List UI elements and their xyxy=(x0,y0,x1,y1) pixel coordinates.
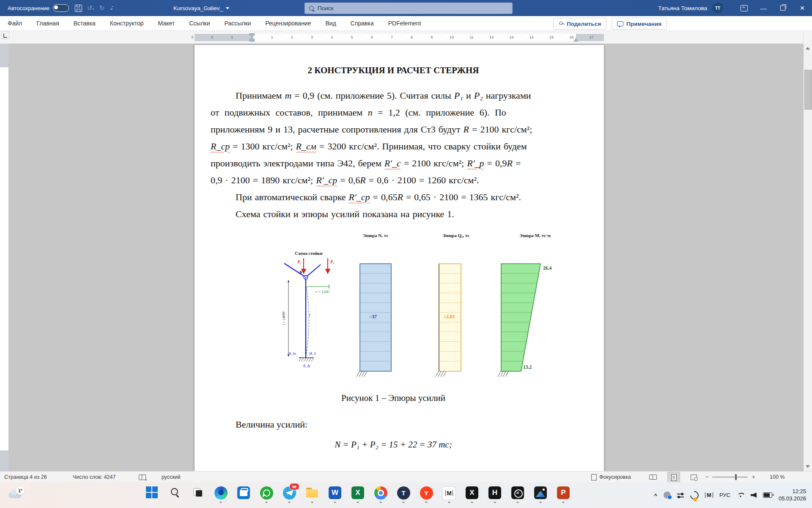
tab-1[interactable]: Главная xyxy=(36,19,60,28)
reaction-x-label: R_Ax xyxy=(288,352,296,356)
h-app-icon[interactable]: H xyxy=(486,485,503,503)
comments-button[interactable]: Примечания xyxy=(612,18,667,30)
running-indicator xyxy=(220,502,222,503)
tray-info-icon[interactable] xyxy=(664,491,671,499)
scroll-down-button[interactable] xyxy=(804,463,812,470)
ribbon-display-options-button[interactable] xyxy=(734,0,754,16)
file-explorer-icon[interactable] xyxy=(304,485,321,503)
tab-2[interactable]: Вставка xyxy=(73,19,96,28)
tab-6[interactable]: Рассылки xyxy=(224,19,252,28)
clock[interactable]: 12:25 05.03.2026 xyxy=(779,488,806,502)
yandex-icon[interactable]: Y xyxy=(418,485,435,503)
photos-icon[interactable] xyxy=(532,485,549,503)
zoom-level[interactable]: 100 % xyxy=(770,472,785,483)
tray-settings-icon[interactable] xyxy=(677,492,684,498)
length-label: l = 14000 xyxy=(282,312,286,325)
search-input[interactable]: Поиск xyxy=(304,3,513,14)
tray-sync-icon[interactable] xyxy=(689,489,700,501)
x-app-icon[interactable]: X xyxy=(464,485,480,503)
share-button[interactable]: Поделиться xyxy=(553,18,606,30)
notification-badge: 96 xyxy=(289,483,299,490)
speaker-icon[interactable] xyxy=(751,493,757,498)
zoom-slider-thumb[interactable] xyxy=(735,474,737,480)
windows-start-icon[interactable] xyxy=(144,485,161,503)
vertical-ruler[interactable] xyxy=(0,44,8,471)
wifi-icon[interactable] xyxy=(737,492,744,498)
word-icon[interactable]: W xyxy=(326,485,343,503)
running-indicator xyxy=(311,502,313,503)
scroll-up-button[interactable] xyxy=(804,44,812,52)
tab-7[interactable]: Рецензирование xyxy=(264,19,312,28)
t-app-icon[interactable]: T xyxy=(395,485,412,503)
web-layout-button[interactable] xyxy=(688,472,700,482)
doc-text-line: приложениям 9 и 13, расчетные сопротивле… xyxy=(211,121,576,138)
doc-body-lines: Принимаем m = 0,9 (см. приложение 5). Сч… xyxy=(211,87,576,223)
zoom-slider[interactable] xyxy=(712,477,748,478)
tray-chevron-icon[interactable]: ^ xyxy=(654,492,657,499)
figure-epures[interactable]: Схема стойки P₁ P₂ B f e = 1200 l = 1400… xyxy=(258,231,554,380)
tab-5[interactable]: Ссылки xyxy=(188,19,211,28)
avatar[interactable]: ТТ xyxy=(712,3,723,14)
battery-icon[interactable] xyxy=(763,492,772,498)
comment-icon xyxy=(617,21,623,26)
running-indicator xyxy=(266,502,268,503)
autosave-control[interactable]: Автосохранение xyxy=(8,4,69,12)
eccentricity-label: e = 1200 xyxy=(315,290,329,294)
tab-9[interactable]: Справка xyxy=(350,19,375,28)
zoom-in-button[interactable]: + xyxy=(752,472,755,483)
telegram-icon[interactable]: 96 xyxy=(281,485,298,503)
section-heading: 2 КОНСТРУКЦИЯ И РАСЧЕТ СТЕРЖНЯ xyxy=(211,65,576,76)
language-indicator[interactable]: русский xyxy=(162,472,181,483)
minimize-button[interactable]: — xyxy=(754,0,773,16)
close-button[interactable]: × xyxy=(793,0,812,16)
document-page[interactable]: 2 КОНСТРУКЦИЯ И РАСЧЕТ СТЕРЖНЯ Принимаем… xyxy=(195,45,604,471)
read-mode-button[interactable] xyxy=(647,472,659,482)
excel-icon[interactable]: X xyxy=(349,485,366,503)
mail-im-app-icon[interactable]: М xyxy=(441,485,458,503)
whatsapp-icon[interactable] xyxy=(258,485,275,503)
quick-access-chevron-icon[interactable]: ⌄̄ xyxy=(110,6,113,11)
redo-icon[interactable]: ↻ xyxy=(99,4,105,12)
doc-text-line: Схема стойки и эпюры усилий показана на … xyxy=(211,206,576,223)
proofing-status[interactable] xyxy=(139,472,146,483)
load-p2-label: P₂ xyxy=(330,260,335,264)
weather-widget[interactable]: 1° xyxy=(6,486,44,503)
save-icon[interactable] xyxy=(75,5,82,12)
restore-button[interactable] xyxy=(773,0,793,16)
document-title[interactable]: Kursovaya_Galiev_ xyxy=(173,0,229,16)
focus-icon xyxy=(591,474,597,480)
powerpoint-icon[interactable]: P xyxy=(555,485,572,503)
tab-file[interactable]: Файл xyxy=(7,19,23,28)
moment-a-label: M_A xyxy=(309,352,316,356)
tab-3[interactable]: Конструктор xyxy=(109,19,145,28)
chrome-browser-icon[interactable] xyxy=(372,485,389,503)
doc-text-line: R_ср = 1300 кгс/см²; R_см = 3200 кгс/см²… xyxy=(211,138,576,155)
restore-icon xyxy=(780,6,785,11)
read-mode-icon xyxy=(649,475,657,480)
microsoft-store-icon[interactable] xyxy=(235,485,252,503)
page-indicator[interactable]: Страница 4 из 26 xyxy=(4,472,47,483)
horizontal-ruler[interactable]: 1231234567891011121314151617············… xyxy=(195,34,604,41)
word-count[interactable]: Число слов: 4247 xyxy=(73,472,115,483)
focus-mode-button[interactable]: Фокусировка xyxy=(591,472,631,483)
task-view-icon[interactable] xyxy=(189,485,206,503)
scrollbar-thumb[interactable] xyxy=(804,70,812,110)
xbox-icon[interactable] xyxy=(509,485,526,503)
vertical-scrollbar[interactable] xyxy=(804,44,812,471)
epure-q-value: +2.83 xyxy=(444,314,455,319)
autosave-toggle[interactable] xyxy=(53,4,69,12)
edge-browser-icon[interactable] xyxy=(212,485,229,503)
tab-10[interactable]: PDFelement xyxy=(387,19,422,28)
search-icon[interactable] xyxy=(167,485,184,503)
tab-4[interactable]: Макет xyxy=(157,19,176,28)
schema-group: Схема стойки P₁ P₂ B f e = 1200 l = 1400… xyxy=(282,251,335,368)
tab-selector-button[interactable] xyxy=(1,32,9,39)
epure-q-title: Эпюра Qₓ, тс xyxy=(442,233,469,238)
print-layout-button[interactable] xyxy=(667,472,680,483)
tab-8[interactable]: Вид xyxy=(324,19,337,28)
language-switcher[interactable]: РУС xyxy=(719,492,730,498)
tray-mail-icon[interactable]: М xyxy=(705,492,713,498)
zoom-out-button[interactable]: − xyxy=(705,472,708,483)
time: 12:25 xyxy=(779,488,806,495)
undo-icon[interactable]: ↺▾ xyxy=(87,4,94,12)
